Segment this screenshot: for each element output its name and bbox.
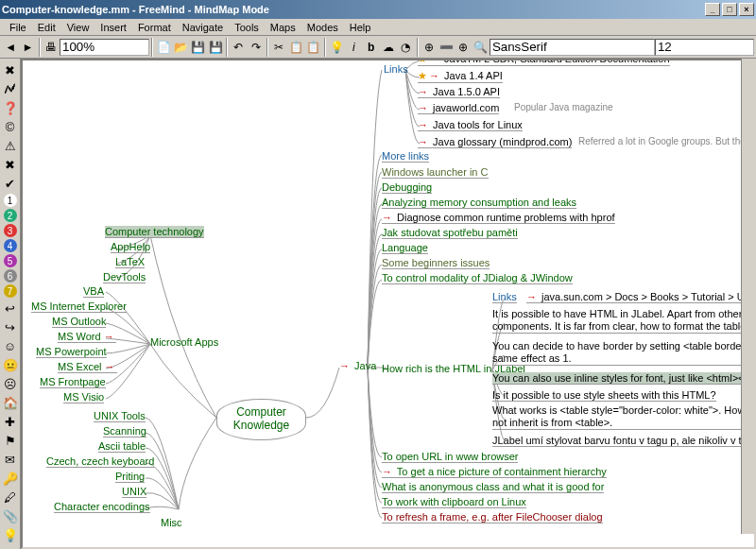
node-printing[interactable]: Priting: [115, 471, 145, 483]
menu-maps[interactable]: Maps: [265, 20, 301, 35]
node-msie[interactable]: MS Internet Explorer: [31, 300, 127, 313]
prio5-icon[interactable]: 5: [4, 254, 17, 267]
node-charenc[interactable]: Character encodings: [54, 501, 150, 513]
remove-icon[interactable]: ✖: [2, 61, 19, 78]
node-begiss[interactable]: Some beginners issues: [382, 257, 490, 269]
plus-red-icon[interactable]: ✚: [2, 413, 19, 430]
key-icon[interactable]: 🔑: [2, 470, 19, 487]
node-openurl[interactable]: To open URL in www browser: [382, 451, 518, 463]
lock-icon[interactable]: 🖊: [2, 489, 19, 506]
back-icon[interactable]: ◄: [2, 38, 19, 57]
node-nicepic[interactable]: → To get a nice picture of containment h…: [382, 466, 607, 478]
menu-file[interactable]: File: [4, 20, 32, 35]
undo-icon[interactable]: ↶: [230, 38, 247, 57]
maximize-button[interactable]: □: [722, 3, 737, 16]
menu-tools[interactable]: Tools: [229, 20, 265, 35]
node-links2[interactable]: Links: [492, 291, 517, 303]
node-html1[interactable]: It is possible to have HTML in JLabel. A…: [492, 308, 756, 334]
vertical-scrollbar[interactable]: [741, 59, 756, 534]
node-msfront[interactable]: MS Frontpage: [40, 376, 106, 388]
paste-icon[interactable]: 📋: [305, 38, 322, 57]
node-apphelp[interactable]: AppHelp: [111, 241, 150, 253]
font-select[interactable]: [490, 39, 655, 56]
ok-icon[interactable]: ✔: [2, 175, 19, 192]
node-latex[interactable]: LaTeX: [115, 256, 145, 268]
prio7-icon[interactable]: 7: [4, 284, 17, 298]
lightbulb-icon[interactable]: 💡: [2, 526, 19, 543]
node-msapps[interactable]: Microsoft Apps: [150, 336, 218, 348]
node-anon[interactable]: What is anonymous class and what it is g…: [382, 481, 604, 493]
back-side-icon[interactable]: ↩: [2, 300, 19, 317]
find-icon[interactable]: 🔍: [472, 38, 490, 57]
menu-modes[interactable]: Modes: [301, 20, 344, 35]
warn-icon[interactable]: ⚠: [2, 137, 19, 154]
edit-icon[interactable]: 📎: [2, 507, 19, 524]
node-unix[interactable]: UNIX: [122, 486, 146, 498]
bold-icon[interactable]: b: [363, 38, 380, 57]
node-anamem[interactable]: Analyzing memory consumption and leaks: [382, 197, 576, 209]
node-diag[interactable]: → Diagnose common runtime problems with …: [382, 212, 615, 224]
menu-navigate[interactable]: Navigate: [177, 20, 229, 35]
node-jak[interactable]: Jak studovat spotřebu paměti: [382, 227, 518, 239]
node-more[interactable]: More links: [382, 150, 429, 163]
node-link3[interactable]: → Java 1.5.0 API: [418, 86, 500, 98]
node-icon[interactable]: ⊕: [421, 38, 438, 57]
node-links[interactable]: Links: [384, 63, 408, 75]
mail-icon[interactable]: ✉: [2, 451, 19, 468]
neutral-icon[interactable]: 😐: [2, 356, 19, 373]
menu-insert[interactable]: Insert: [94, 20, 132, 35]
home-icon[interactable]: 🏠: [2, 394, 19, 411]
node-javalink[interactable]: → java.sun.com > Docs > Books > Tutorial…: [526, 291, 756, 303]
node-clip[interactable]: To work with clipboard on Linux: [382, 496, 526, 508]
node-html5[interactable]: What works is <table style="border-color…: [492, 404, 756, 430]
node-link5[interactable]: → Java tools for Linux: [418, 119, 523, 131]
sad-icon[interactable]: ☹: [2, 375, 19, 392]
node-misc[interactable]: Misc: [161, 517, 182, 528]
node-msppt[interactable]: MS Powerpoint: [36, 346, 107, 358]
node-html2[interactable]: You can decide to have border by setting…: [492, 340, 756, 366]
node-msword[interactable]: MS Word →: [58, 331, 116, 343]
node-czech[interactable]: Czech, czech keyboard: [46, 455, 154, 468]
node-unixtools[interactable]: UNIX Tools: [94, 410, 146, 422]
node-outlook[interactable]: MS Outlook: [52, 316, 106, 328]
node-modal[interactable]: To control modality of JDialog & JWindow: [382, 272, 573, 284]
stop-icon[interactable]: ✖: [2, 156, 19, 173]
node-computer-technology[interactable]: Computer technology: [105, 226, 204, 238]
node-java[interactable]: → Java: [339, 360, 376, 371]
cut-icon[interactable]: ✂: [270, 38, 287, 57]
print-icon[interactable]: 🖶: [43, 38, 60, 57]
node-scanning[interactable]: Scanning: [103, 425, 146, 437]
node-refresh[interactable]: To refresh a frame, e.g. after FileChoos…: [382, 511, 603, 523]
prio6-icon[interactable]: 6: [4, 269, 17, 283]
mindmap-canvas[interactable]: ComputerKnowledge Computer technology Ap…: [21, 59, 756, 549]
node-html6[interactable]: JLabel umí stylovat barvu fontu v tagu p…: [492, 435, 756, 447]
node-debug[interactable]: Debugging: [382, 181, 432, 194]
node-msexcel[interactable]: MS Excel →: [58, 361, 117, 373]
node-devtools[interactable]: DevTools: [103, 271, 146, 283]
menu-view[interactable]: View: [61, 20, 95, 35]
smile-icon[interactable]: ☺: [2, 337, 19, 354]
zoom-select[interactable]: [60, 39, 149, 56]
node-html3[interactable]: You can also use inline styles for font,…: [492, 372, 756, 385]
minimize-button[interactable]: _: [705, 3, 720, 16]
undo-side-icon[interactable]: 🗲: [2, 80, 19, 97]
node-ascii[interactable]: Ascii table: [98, 440, 146, 453]
child-icon[interactable]: ➖: [438, 38, 455, 57]
prio1-icon[interactable]: 1: [4, 194, 17, 207]
node-link2[interactable]: ★→ Java 1.4 API: [418, 70, 503, 83]
new-icon[interactable]: 📄: [155, 38, 172, 57]
flag-icon[interactable]: ⚑: [2, 432, 19, 449]
info-icon[interactable]: ©: [2, 118, 19, 135]
node-html4[interactable]: Is it possible to use style sheets with …: [492, 389, 716, 402]
saveas-icon[interactable]: 💾: [207, 38, 224, 57]
menu-edit[interactable]: Edit: [32, 20, 61, 35]
cloud-icon[interactable]: ☁: [380, 38, 397, 57]
prio4-icon[interactable]: 4: [4, 239, 17, 252]
fwd-side-icon[interactable]: ↪: [2, 318, 19, 335]
node-link6[interactable]: → Java glossary (mindprod.com): [418, 136, 572, 148]
node-lang[interactable]: Language: [382, 242, 428, 254]
menu-format[interactable]: Format: [132, 20, 177, 35]
sibling-icon[interactable]: ⊕: [455, 38, 472, 57]
italic-icon[interactable]: i: [345, 38, 362, 57]
node-link4[interactable]: → javaworld.com: [418, 102, 499, 114]
